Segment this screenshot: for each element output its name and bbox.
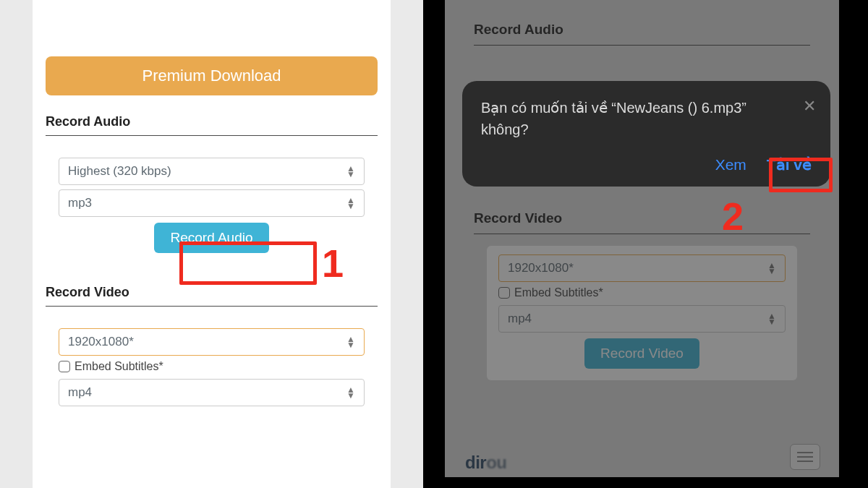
chevron-updown-icon: ▲▼ (346, 166, 355, 177)
chevron-updown-icon: ▲▼ (346, 197, 355, 209)
modal-backdrop (445, 0, 839, 477)
chevron-updown-icon: ▲▼ (346, 387, 355, 398)
record-video-card: 1920x1080* ▲▼ Embed Subtitles* mp4 ▲▼ (46, 318, 378, 424)
audio-quality-value: Highest (320 kbps) (68, 164, 171, 179)
modal-message: Bạn có muốn tải về “NewJeans () 6.mp3” k… (481, 97, 812, 140)
right-panel-inner: Record Audio Record Video 1920x1080* ▲▼ … (445, 0, 839, 477)
record-audio-button[interactable]: Record Audio (154, 223, 268, 253)
close-icon[interactable]: ✕ (803, 97, 816, 116)
view-button[interactable]: Xem (715, 156, 746, 174)
download-confirm-modal: Bạn có muốn tải về “NewJeans () 6.mp3” k… (462, 81, 830, 187)
video-format-value: mp4 (68, 385, 92, 400)
embed-subtitles-label: Embed Subtitles* (75, 360, 163, 373)
embed-subtitles-checkbox[interactable]: Embed Subtitles* (59, 360, 365, 373)
chevron-updown-icon: ▲▼ (346, 336, 355, 348)
left-panel-inner: Premium Download Record Audio Highest (3… (33, 0, 391, 488)
left-panel: Premium Download Record Audio Highest (3… (0, 0, 423, 488)
annotation-number-1: 1 (322, 241, 344, 286)
top-spacer (46, 0, 378, 49)
video-resolution-select[interactable]: 1920x1080* ▲▼ (59, 328, 365, 356)
panel-divider (423, 0, 445, 488)
video-format-select[interactable]: mp4 ▲▼ (59, 379, 365, 406)
premium-download-button[interactable]: Premium Download (46, 56, 378, 95)
right-panel: Record Audio Record Video 1920x1080* ▲▼ … (445, 0, 868, 488)
audio-quality-select[interactable]: Highest (320 kbps) ▲▼ (59, 158, 365, 185)
download-button[interactable]: Tải về (767, 156, 812, 174)
audio-format-value: mp3 (68, 196, 92, 210)
record-video-section: Record Video 1920x1080* ▲▼ Embed Subtitl… (46, 279, 378, 424)
annotation-number-2: 2 (722, 194, 744, 239)
modal-actions: Xem Tải về (481, 156, 812, 174)
audio-format-select[interactable]: mp3 ▲▼ (59, 189, 365, 217)
video-resolution-value: 1920x1080* (68, 335, 134, 349)
checkbox-icon (59, 361, 70, 372)
record-audio-title: Record Audio (46, 108, 378, 136)
